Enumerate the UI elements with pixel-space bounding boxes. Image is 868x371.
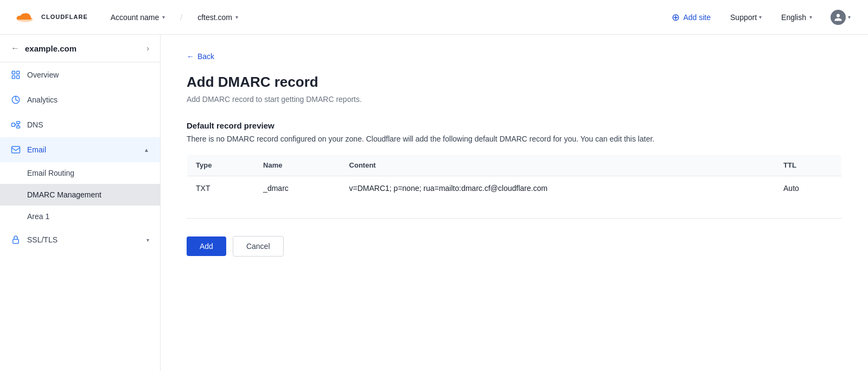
user-menu-button[interactable]: ▾: [826, 7, 855, 28]
user-icon: [834, 13, 843, 22]
back-link-label: Back: [197, 52, 214, 61]
sidebar-sub-item-area1[interactable]: Area 1: [0, 206, 160, 227]
area1-label: Area 1: [27, 212, 49, 221]
col-name-header: Name: [254, 155, 340, 176]
topnav: CLOUDFLARE Account name ▾ / cftest.com ▾…: [0, 0, 868, 35]
user-chevron: ▾: [848, 14, 851, 20]
sidebar-item-ssl-tls[interactable]: SSL/TLS ▾: [0, 227, 160, 252]
row-content: v=DMARC1; p=none; rua=mailto:dmarc.cf@cl…: [341, 176, 775, 201]
domain-dropdown-chevron: ▾: [235, 14, 238, 20]
record-table: Type Name Content TTL TXT _dmarc v=DMARC…: [187, 154, 842, 201]
row-name: _dmarc: [254, 176, 340, 201]
sidebar-forward-button[interactable]: ›: [146, 44, 149, 53]
action-row: Add Cancel: [187, 236, 842, 257]
plus-icon: ⊕: [672, 11, 680, 23]
logo-text: CLOUDFLARE: [41, 14, 88, 20]
email-icon: [11, 145, 21, 155]
app-layout: ← example.com › Overview Analytics: [0, 35, 868, 371]
domain-dropdown[interactable]: cftest.com ▾: [192, 10, 244, 25]
user-avatar: [831, 10, 846, 25]
nav-separator: /: [180, 13, 182, 22]
row-ttl: Auto: [775, 176, 841, 201]
sidebar-item-overview[interactable]: Overview: [0, 62, 160, 87]
sidebar-header: ← example.com ›: [0, 35, 160, 62]
sidebar-item-dns[interactable]: DNS: [0, 112, 160, 137]
sidebar-sub-item-dmarc-management[interactable]: DMARC Management: [0, 184, 160, 206]
svg-rect-3: [12, 76, 15, 79]
dns-label: DNS: [27, 120, 43, 129]
svg-rect-10: [13, 239, 19, 244]
svg-rect-4: [17, 76, 20, 79]
svg-rect-9: [12, 146, 20, 153]
sidebar-back-button[interactable]: ←: [11, 43, 20, 53]
col-type-header: Type: [187, 155, 255, 176]
svg-rect-7: [17, 121, 20, 124]
sidebar-sub-item-email-routing[interactable]: Email Routing: [0, 162, 160, 184]
email-routing-label: Email Routing: [27, 169, 74, 177]
account-dropdown-chevron: ▾: [162, 14, 165, 20]
col-ttl-header: TTL: [775, 155, 841, 176]
support-label: Support: [730, 13, 757, 22]
support-chevron: ▾: [759, 14, 762, 20]
language-label: English: [781, 13, 806, 22]
ssl-tls-label: SSL/TLS: [27, 235, 58, 244]
page-title: Add DMARC record: [187, 74, 842, 91]
add-site-button[interactable]: ⊕ Add site: [666, 8, 716, 27]
topnav-right: ⊕ Add site Support ▾ English ▾ ▾: [666, 7, 855, 28]
add-site-label: Add site: [683, 13, 711, 22]
section-title: Default record preview: [187, 121, 842, 130]
language-dropdown[interactable]: English ▾: [776, 10, 818, 25]
support-dropdown[interactable]: Support ▾: [725, 10, 767, 25]
section-desc: There is no DMARC record configured on y…: [187, 135, 842, 143]
add-button[interactable]: Add: [187, 236, 226, 256]
overview-label: Overview: [27, 71, 59, 79]
analytics-label: Analytics: [27, 95, 58, 104]
email-expand-icon: ▲: [144, 147, 149, 153]
back-link[interactable]: ← Back: [187, 52, 214, 61]
language-chevron: ▾: [809, 14, 812, 20]
svg-rect-6: [12, 123, 15, 126]
dns-icon: [11, 120, 21, 130]
cancel-button[interactable]: Cancel: [233, 236, 284, 257]
sidebar: ← example.com › Overview Analytics: [0, 35, 161, 371]
sidebar-item-email[interactable]: Email ▲: [0, 137, 160, 162]
back-arrow-icon: ←: [187, 52, 194, 61]
email-label: Email: [27, 145, 46, 154]
analytics-icon: [11, 95, 21, 105]
account-name-dropdown[interactable]: Account name ▾: [105, 10, 171, 25]
account-name-label: Account name: [111, 13, 159, 22]
svg-rect-1: [12, 71, 15, 74]
overview-icon: [11, 70, 21, 80]
svg-rect-2: [17, 71, 20, 74]
page-subtitle: Add DMARC record to start getting DMARC …: [187, 95, 842, 104]
sidebar-item-analytics[interactable]: Analytics: [0, 87, 160, 112]
ssl-tls-expand-icon: ▾: [146, 237, 149, 243]
main-content: ← Back Add DMARC record Add DMARC record…: [161, 35, 868, 371]
cloudflare-logo: [13, 10, 37, 25]
divider: [187, 218, 842, 219]
domain-label: cftest.com: [197, 13, 232, 22]
col-content-header: Content: [341, 155, 775, 176]
svg-rect-8: [17, 126, 20, 128]
table-row: TXT _dmarc v=DMARC1; p=none; rua=mailto:…: [187, 176, 842, 201]
lock-icon: [11, 235, 21, 245]
sidebar-domain-label: example.com: [25, 44, 76, 53]
logo-area: CLOUDFLARE: [13, 10, 88, 25]
row-type: TXT: [187, 176, 255, 201]
dmarc-management-label: DMARC Management: [27, 190, 101, 199]
